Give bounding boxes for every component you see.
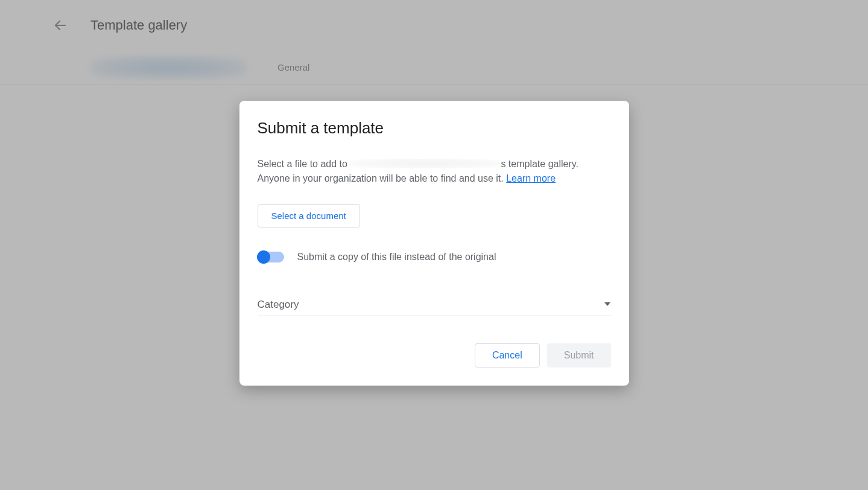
submit-copy-toggle[interactable] <box>258 252 284 262</box>
modal-actions: Cancel Submit <box>258 343 611 368</box>
cancel-button[interactable]: Cancel <box>475 343 540 368</box>
toggle-label: Submit a copy of this file instead of th… <box>297 252 496 262</box>
modal-title: Submit a template <box>258 119 611 138</box>
redacted-org-name-inline <box>350 159 501 168</box>
toggle-row: Submit a copy of this file instead of th… <box>258 252 611 262</box>
modal-overlay: Submit a template Select a file to add t… <box>0 0 868 490</box>
learn-more-link[interactable]: Learn more <box>506 173 556 183</box>
submit-button[interactable]: Submit <box>547 343 611 368</box>
category-label: Category <box>258 299 299 311</box>
submit-template-modal: Submit a template Select a file to add t… <box>239 101 629 386</box>
chevron-down-icon <box>604 299 611 310</box>
modal-description: Select a file to add to s template galle… <box>258 157 611 186</box>
select-document-button[interactable]: Select a document <box>258 204 360 228</box>
toggle-knob <box>257 250 270 264</box>
desc-prefix: Select a file to add to <box>258 159 350 169</box>
category-dropdown[interactable]: Category <box>258 299 611 316</box>
svg-marker-1 <box>604 302 610 306</box>
